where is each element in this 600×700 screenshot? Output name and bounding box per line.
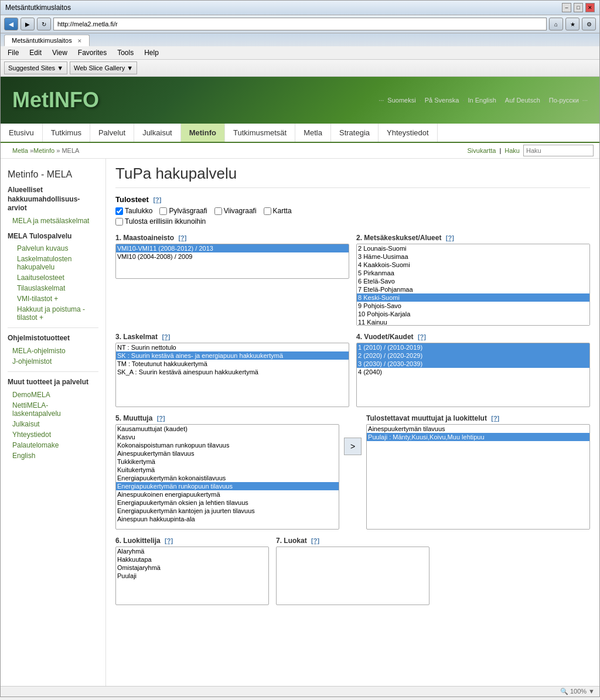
nav-etusivu[interactable]: Etusivu [1, 124, 43, 142]
sidebar-link-palvelun-kuvaus[interactable]: Palvelun kuvaus [8, 243, 98, 254]
breadcrumb-metinfo[interactable]: Metinfo [33, 147, 54, 154]
box5-help[interactable]: [?] [157, 415, 165, 422]
sidebar-link-demomela[interactable]: DemoMELA [8, 390, 98, 400]
breadcrumb-metla[interactable]: Metla [12, 147, 28, 154]
box6-label: 6. Luokittelija [?] [115, 537, 269, 545]
lang-fi[interactable]: Suomeksi [387, 97, 415, 104]
lang-de[interactable]: Auf Deutsch [505, 97, 540, 104]
suggested-sites-button[interactable]: Suggested Sites ▼ [4, 62, 67, 74]
sidebar-section-alueelliset: Alueelliset hakkuumahdollisuus- arviot [8, 186, 98, 213]
checkbox-viiva[interactable]: Viivagraafi [214, 207, 257, 215]
page-wrapper: Metinfo - MELA Alueelliset hakkuumahdoll… [1, 159, 599, 686]
nav-metla[interactable]: Metla [295, 124, 331, 142]
lang-ru[interactable]: По-русски [549, 97, 579, 104]
active-tab[interactable]: Metsäntutkimuslaitos ✕ [4, 35, 90, 46]
box1-select[interactable]: VMI10-VMI11 (2008-2012) / 2013 VMI10 (20… [115, 244, 349, 279]
sidebar-link-nettimela[interactable]: NettiMELA- laskentapalvelu [8, 400, 98, 419]
zoom-level: 🔍 100% ▼ [560, 688, 595, 695]
box3-help[interactable]: [?] [162, 333, 170, 340]
tulosteet-section: Tulosteet [?] Taulukko Pylväsgraafi Viiv… [115, 195, 590, 226]
box6-help[interactable]: [?] [165, 537, 173, 544]
sidebar-link-english[interactable]: English [8, 450, 98, 461]
box5-output-section: 5. Muuttuja [?] Kausamuuttujat (kaudet) … [115, 414, 590, 530]
sitemap-link[interactable]: Sivukartta [468, 147, 496, 154]
nav-palvelut[interactable]: Palvelut [90, 124, 134, 142]
sidebar-link-mela-metsa[interactable]: MELA ja metsälaskelmat [8, 216, 98, 226]
sidebar-link-tilaus[interactable]: Tilauslaskelmat [8, 283, 98, 293]
search-input[interactable] [523, 145, 594, 156]
main-content: TuPa hakupalvelu Tulosteet [?] Taulukko … [106, 159, 599, 686]
menu-edit[interactable]: Edit [25, 47, 46, 58]
sidebar-link-mela-ohjelmisto[interactable]: MELA-ohjelmisto [8, 346, 98, 356]
tab-close-button[interactable]: ✕ [77, 38, 82, 44]
sidebar-link-j-ohjelmistot[interactable]: J-ohjelmistot [8, 356, 98, 367]
output-help[interactable]: [?] [491, 415, 499, 422]
menu-favorites[interactable]: Favorites [73, 47, 111, 58]
menu-file[interactable]: File [3, 47, 23, 58]
box2-select[interactable]: 2 Lounais-Suomi 3 Häme-Uusimaa 4 Kaakkoi… [356, 244, 590, 326]
box3-select[interactable]: NT : Suurin nettotulo SK : Suurin kestäv… [115, 343, 349, 407]
toolbar: Suggested Sites ▼ Web Slice Gallery ▼ [1, 60, 599, 77]
nav-strategia[interactable]: Strategia [331, 124, 379, 142]
web-slice-gallery-button[interactable]: Web Slice Gallery ▼ [70, 62, 137, 74]
box2-help[interactable]: [?] [446, 234, 454, 241]
tulosteet-help[interactable]: [?] [153, 196, 161, 203]
menu-view[interactable]: View [47, 47, 72, 58]
title-bar: Metsäntutkimuslaitos – □ ✕ [1, 1, 599, 15]
arrow-button[interactable]: > [344, 438, 362, 455]
back-button[interactable]: ◀ [4, 18, 18, 30]
output-select[interactable]: Ainespuukertymän tilavuus Puulaji : Mänt… [366, 424, 590, 530]
sidebar-link-yhteystiedot[interactable]: Yhteystiedot [8, 429, 98, 440]
lang-sv[interactable]: På Svenska [425, 97, 459, 104]
box7-container: 7. Luokat [?] [276, 537, 429, 605]
search-link[interactable]: Haku [504, 147, 520, 154]
sidebar-link-vmi[interactable]: VMI-tilastot + [8, 293, 98, 304]
nav-bar: ◀ ▶ ↻ http://mela2.metla.fi/r ⌂ ★ ⚙ [1, 15, 599, 33]
lang-en[interactable]: In English [468, 97, 496, 104]
forward-button[interactable]: ▶ [21, 18, 35, 30]
sidebar-page-title: Metinfo - MELA [8, 169, 98, 180]
nav-tutkimusmetsat[interactable]: Tutkimusmetsät [225, 124, 295, 142]
box7-help[interactable]: [?] [311, 537, 319, 544]
nav-yhteystiedot[interactable]: Yhteystiedot [379, 124, 438, 142]
box4-label: 4. Vuodet/Kaudet [?] [356, 333, 590, 341]
sidebar-link-palautelomake[interactable]: Palautelomake [8, 440, 98, 450]
nav-metinfo[interactable]: Metinfo [181, 124, 225, 142]
box7-select[interactable] [276, 547, 429, 605]
box4-select[interactable]: 1 (2010) / (2010-2019) 2 (2020) / (2020-… [356, 343, 590, 407]
sidebar-link-laskelma[interactable]: Laskelmatulosten hakupalvelu [8, 254, 98, 272]
address-bar[interactable]: http://mela2.metla.fi/r [53, 18, 547, 30]
checkbox-taulukko[interactable]: Taulukko [115, 207, 152, 215]
menu-help[interactable]: Help [139, 47, 163, 58]
checkbox-pylvas[interactable]: Pylväsgraafi [159, 207, 207, 215]
box4-container: 4. Vuodet/Kaudet [?] 1 (2010) / (2010-20… [356, 333, 590, 407]
checkbox-tulosta[interactable]: Tulosta erillisiin ikkunoihin [115, 217, 206, 226]
home-button[interactable]: ⌂ [549, 18, 563, 30]
box3-container: 3. Laskelmat [?] NT : Suurin nettotulo S… [115, 333, 349, 407]
sidebar-link-julkaisut[interactable]: Julkaisut [8, 419, 98, 429]
settings-button[interactable]: ⚙ [582, 18, 596, 30]
menu-tools[interactable]: Tools [112, 47, 138, 58]
box6-select[interactable]: Alaryhmä Hakkuutapa Omistajaryhmä Puulaj… [115, 547, 269, 605]
sidebar-link-laaitu[interactable]: Laaituselosteet [8, 272, 98, 283]
status-bar: 🔍 100% ▼ [1, 686, 599, 696]
url-display: http://mela2.metla.fi/r [57, 21, 118, 28]
nav-tutkimus[interactable]: Tutkimus [43, 124, 90, 142]
box3-label: 3. Laskelmat [?] [115, 333, 349, 341]
minimize-button[interactable]: – [562, 3, 571, 12]
sidebar: Metinfo - MELA Alueelliset hakkuumahdoll… [1, 159, 106, 686]
sidebar-link-hakkuut[interactable]: Hakkuut ja poistuma - tilastot + [8, 304, 98, 323]
nav-julkaisut[interactable]: Julkaisut [134, 124, 181, 142]
refresh-button[interactable]: ↻ [37, 18, 51, 30]
box4-help[interactable]: [?] [418, 333, 426, 340]
output-section: Tulostettavat muuttujat ja luokittelut [… [366, 414, 590, 530]
close-button[interactable]: ✕ [585, 3, 595, 12]
box1-help[interactable]: [?] [178, 234, 186, 241]
checkbox-kartta[interactable]: Kartta [264, 207, 292, 215]
site-logo: MetINFO [12, 88, 99, 112]
listbox-grid-12: 1. Maastoaineisto [?] VMI10-VMI11 (2008-… [115, 234, 590, 326]
box1-label: 1. Maastoaineisto [?] [115, 234, 349, 242]
favorites-button[interactable]: ★ [565, 18, 579, 30]
box5-select[interactable]: Kausamuuttujat (kaudet) Kasvu Kokonaispo… [115, 424, 339, 530]
maximize-button[interactable]: □ [574, 3, 583, 12]
